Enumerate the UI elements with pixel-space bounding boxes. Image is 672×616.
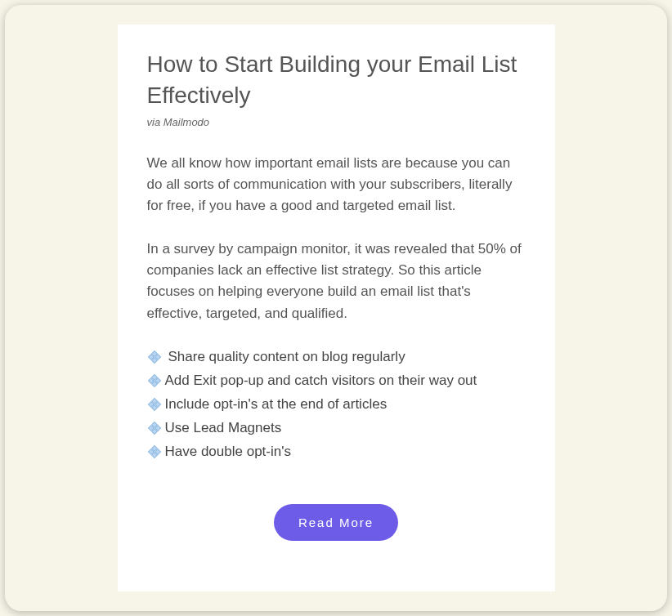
diamond-icon (147, 350, 162, 364)
diamond-icon (147, 444, 162, 459)
diamond-icon (147, 397, 162, 412)
list-item: Have double opt-in's (147, 440, 526, 464)
list-item-text: Share quality content on blog regularly (168, 346, 405, 369)
paragraph-1: We all know how important email lists ar… (147, 153, 526, 217)
diamond-icon (147, 421, 162, 435)
read-more-button[interactable]: Read More (274, 504, 398, 541)
diamond-icon (147, 373, 162, 388)
list-item-text: Add Exit pop-up and catch visitors on th… (165, 369, 477, 393)
list-item: Add Exit pop-up and catch visitors on th… (147, 369, 526, 393)
email-card: How to Start Building your Email List Ef… (118, 25, 555, 591)
list-item: Include opt-in's at the end of articles (147, 393, 526, 417)
list-item-text: Use Lead Magnets (165, 417, 282, 440)
article-title: How to Start Building your Email List Ef… (147, 49, 526, 111)
list-item: Share quality content on blog regularly (147, 346, 526, 369)
attribution: via Mailmodo (147, 116, 526, 128)
paragraph-2: In a survey by campaign monitor, it was … (147, 239, 526, 324)
list-item: Use Lead Magnets (147, 417, 526, 440)
bullet-list: Share quality content on blog regularly … (147, 346, 526, 463)
outer-container: How to Start Building your Email List Ef… (5, 5, 667, 611)
list-item-text: Include opt-in's at the end of articles (165, 393, 388, 417)
list-item-text: Have double opt-in's (165, 440, 291, 464)
cta-container: Read More (147, 504, 526, 541)
